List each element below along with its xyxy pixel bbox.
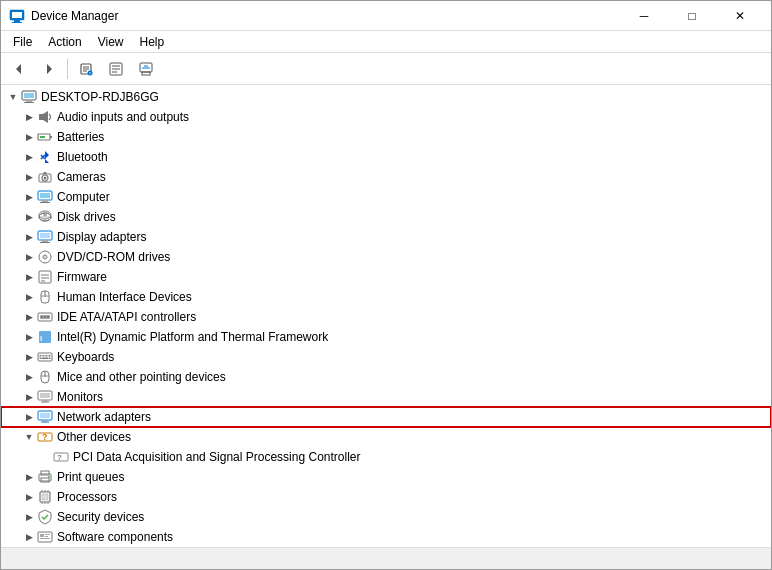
tree-item-intel[interactable]: ▶ i Intel(R) Dynamic Platform and Therma…	[1, 327, 771, 347]
svg-point-92	[48, 476, 50, 478]
bluetooth-expander[interactable]: ▶	[21, 149, 37, 165]
svg-text:?: ?	[42, 432, 48, 442]
sw-components-expander[interactable]: ▶	[21, 529, 37, 545]
hid-expander[interactable]: ▶	[21, 289, 37, 305]
minimize-button[interactable]: ─	[621, 1, 667, 31]
monitors-expander[interactable]: ▶	[21, 389, 37, 405]
menu-help[interactable]: Help	[132, 33, 173, 51]
toolbar-update[interactable]	[102, 56, 130, 82]
toolbar-back[interactable]	[5, 56, 33, 82]
network-icon	[37, 409, 53, 425]
tree-item-other[interactable]: ▼ ? Other devices	[1, 427, 771, 447]
tree-item-sw-components[interactable]: ▶ Software components	[1, 527, 771, 547]
menu-bar: File Action View Help	[1, 31, 771, 53]
tree-item-pci[interactable]: ▶ ? PCI Data Acquisition and Signal Proc…	[1, 447, 771, 467]
svg-rect-102	[40, 534, 44, 537]
processors-expander[interactable]: ▶	[21, 489, 37, 505]
tree-item-processors[interactable]: ▶ Processors	[1, 487, 771, 507]
processors-icon	[37, 489, 53, 505]
root-label: DESKTOP-RDJB6GG	[41, 90, 159, 104]
network-label: Network adapters	[57, 410, 151, 424]
cameras-label: Cameras	[57, 170, 106, 184]
security-expander[interactable]: ▶	[21, 509, 37, 525]
tree-item-cameras[interactable]: ▶ Cameras	[1, 167, 771, 187]
print-expander[interactable]: ▶	[21, 469, 37, 485]
svg-rect-63	[47, 316, 49, 318]
bluetooth-icon	[37, 149, 53, 165]
print-icon	[37, 469, 53, 485]
disk-expander[interactable]: ▶	[21, 209, 37, 225]
ide-icon	[37, 309, 53, 325]
pci-label: PCI Data Acquisition and Signal Processi…	[73, 450, 360, 464]
tree-item-computer[interactable]: ▶ Computer	[1, 187, 771, 207]
menu-action[interactable]: Action	[40, 33, 89, 51]
menu-view[interactable]: View	[90, 33, 132, 51]
toolbar-forward[interactable]	[35, 56, 63, 82]
svg-rect-24	[39, 114, 43, 120]
toolbar-sep1	[67, 59, 68, 79]
toolbar-scan[interactable]	[132, 56, 160, 82]
hid-label: Human Interface Devices	[57, 290, 192, 304]
svg-rect-94	[42, 494, 48, 500]
security-icon	[37, 509, 53, 525]
toolbar-properties[interactable]: ?	[72, 56, 100, 82]
svg-text:?: ?	[57, 453, 62, 462]
keyboards-expander[interactable]: ▶	[21, 349, 37, 365]
computer-expander[interactable]: ▶	[21, 189, 37, 205]
tree-item-bluetooth[interactable]: ▶ Bluetooth	[1, 147, 771, 167]
tree-item-batteries[interactable]: ▶ Batteries	[1, 127, 771, 147]
dvd-expander[interactable]: ▶	[21, 249, 37, 265]
close-button[interactable]: ✕	[717, 1, 763, 31]
tree-item-security[interactable]: ▶ Security devices	[1, 507, 771, 527]
svg-rect-67	[40, 355, 42, 357]
tree-item-monitors[interactable]: ▶ Monitors	[1, 387, 771, 407]
maximize-button[interactable]: □	[669, 1, 715, 31]
intel-expander[interactable]: ▶	[21, 329, 37, 345]
tree-item-firmware[interactable]: ▶ Firmware	[1, 267, 771, 287]
svg-rect-22	[26, 100, 32, 102]
intel-label: Intel(R) Dynamic Platform and Thermal Fr…	[57, 330, 328, 344]
svg-rect-83	[43, 420, 47, 422]
tree-item-network[interactable]: ▶ Network adapters	[1, 407, 771, 427]
cameras-expander[interactable]: ▶	[21, 169, 37, 185]
tree-item-ide[interactable]: ▶ IDE ATA/ATAPI controllers	[1, 307, 771, 327]
svg-point-34	[44, 177, 47, 180]
svg-rect-37	[40, 193, 50, 198]
svg-rect-78	[40, 393, 50, 398]
app-icon	[9, 8, 25, 24]
tree-item-dvd[interactable]: ▶ DVD/CD-ROM drives	[1, 247, 771, 267]
svg-rect-72	[42, 358, 48, 360]
tree-item-audio[interactable]: ▶ Audio inputs and outputs	[1, 107, 771, 127]
computer-icon	[37, 189, 53, 205]
tree-item-mice[interactable]: ▶ Mice and other pointing devices	[1, 367, 771, 387]
svg-rect-66	[38, 353, 52, 361]
tree-root[interactable]: ▼ DESKTOP-RDJB6GG	[1, 87, 771, 107]
svg-rect-38	[42, 200, 48, 202]
firmware-icon	[37, 269, 53, 285]
network-expander[interactable]: ▶	[21, 409, 37, 425]
svg-rect-48	[40, 242, 50, 243]
audio-icon	[37, 109, 53, 125]
other-expander[interactable]: ▼	[21, 429, 37, 445]
svg-rect-1	[12, 12, 22, 18]
root-icon	[21, 89, 37, 105]
menu-file[interactable]: File	[5, 33, 40, 51]
display-expander[interactable]: ▶	[21, 229, 37, 245]
tree-item-keyboards[interactable]: ▶ Keyboards	[1, 347, 771, 367]
batteries-expander[interactable]: ▶	[21, 129, 37, 145]
root-expander[interactable]: ▼	[5, 89, 21, 105]
mice-expander[interactable]: ▶	[21, 369, 37, 385]
cameras-icon	[37, 169, 53, 185]
svg-marker-30	[45, 159, 49, 163]
tree-item-print[interactable]: ▶ Print queues	[1, 467, 771, 487]
tree-item-display[interactable]: ▶ Display adapters	[1, 227, 771, 247]
window-controls: ─ □ ✕	[621, 1, 763, 31]
audio-expander[interactable]: ▶	[21, 109, 37, 125]
tree-item-hid[interactable]: ▶ Human Interface Devices	[1, 287, 771, 307]
firmware-expander[interactable]: ▶	[21, 269, 37, 285]
device-tree[interactable]: ▼ DESKTOP-RDJB6GG ▶	[1, 85, 771, 547]
tree-item-disk[interactable]: ▶ Disk drives	[1, 207, 771, 227]
ide-expander[interactable]: ▶	[21, 309, 37, 325]
audio-label: Audio inputs and outputs	[57, 110, 189, 124]
monitors-label: Monitors	[57, 390, 103, 404]
